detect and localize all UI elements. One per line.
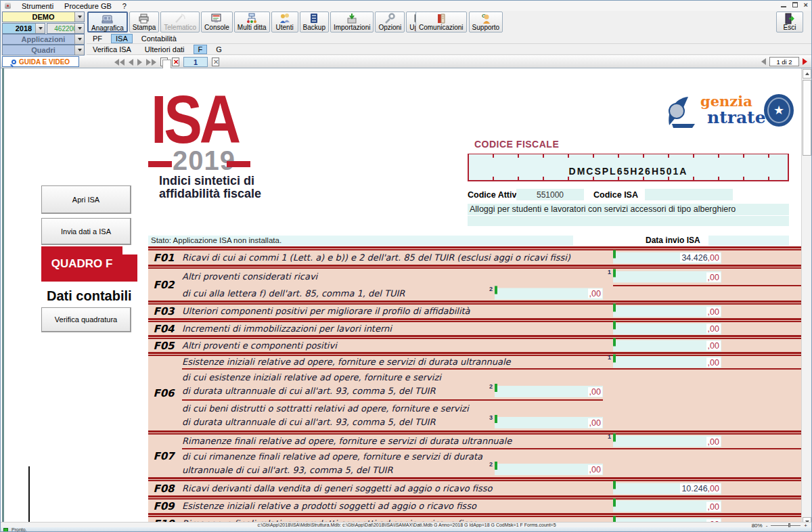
chevron-down-icon[interactable] xyxy=(74,35,84,44)
year-select[interactable]: 2018 xyxy=(2,23,45,34)
toolbar-button-console[interactable]: Console xyxy=(201,12,233,32)
restore-button[interactable] xyxy=(792,2,798,7)
verifica-quadratura-button[interactable]: Verifica quadratura xyxy=(41,307,131,332)
row-description: Ulteriori componenti positivi per miglio… xyxy=(182,305,470,318)
field-value: ,00 xyxy=(706,324,721,334)
row-description: Ricavi derivanti dalla vendita di generi… xyxy=(182,482,493,495)
menu-strumenti[interactable]: Strumenti xyxy=(22,2,53,10)
toolbar-button-label: Utenti xyxy=(276,24,294,31)
value-field-f07-1[interactable]: 1,00 xyxy=(613,436,721,447)
quadri-select[interactable]: Quadri xyxy=(2,45,85,56)
activity-code-select[interactable]: 462200 xyxy=(47,23,85,34)
toolbar-button-backup[interactable]: Backup xyxy=(300,12,329,32)
agenzia-entrate-logo: genzia ntrate ★ xyxy=(665,93,794,132)
page-number-input[interactable]: 1 xyxy=(183,57,208,67)
codice-attivita-field[interactable]: 551000 xyxy=(516,189,584,200)
tab-ulteriori-dati[interactable]: Ulteriori dati xyxy=(140,45,189,54)
form-group-f09: F09Esistenze iniziali relative a prodott… xyxy=(148,500,805,513)
toolbar-button-label: Console xyxy=(204,24,229,31)
company-select[interactable]: DEMO xyxy=(2,12,85,22)
row-description: di cui beni distrutti o sottratti relati… xyxy=(182,402,469,429)
next-page-button[interactable] xyxy=(137,59,142,66)
agenzia-a-glyph xyxy=(665,93,699,128)
form-group-rows: Ulteriori componenti positivi per miglio… xyxy=(179,305,805,318)
first-page-button[interactable] xyxy=(114,59,125,66)
apri-isa-button[interactable]: Apri ISA xyxy=(41,185,131,214)
tab-verifica-isa[interactable]: Verifica ISA xyxy=(88,45,136,54)
close-button[interactable]: × xyxy=(804,2,808,7)
menu-help[interactable]: ? xyxy=(122,2,127,10)
toolbar-button-label: Telematico xyxy=(164,24,196,31)
chevron-down-icon[interactable] xyxy=(35,24,45,33)
pager-previous-icon[interactable] xyxy=(761,58,766,65)
console-icon xyxy=(210,13,223,24)
row-description: Ricavi di cui ai commi 1 (Lett. a) e b))… xyxy=(182,251,570,265)
toolbar-button-utenti[interactable]: Utenti xyxy=(271,12,298,32)
toolbar-button-anagrafica[interactable]: Anagrafica xyxy=(87,12,128,32)
guida-e-video-button[interactable]: GUIDA E VIDEO xyxy=(2,56,79,67)
tab-contabilit-[interactable]: Contabilità xyxy=(137,34,181,43)
value-field-f06-3[interactable]: 3,00 xyxy=(495,417,603,428)
codice-isa-field[interactable] xyxy=(645,189,733,200)
previous-page-button[interactable] xyxy=(129,59,133,66)
scrollbar-thumb[interactable] xyxy=(803,80,811,156)
value-field-f05[interactable]: ,00 xyxy=(613,340,721,351)
data-invio-field[interactable] xyxy=(708,236,789,246)
toolbar-button-esci[interactable]: Esci xyxy=(776,12,803,32)
menu-procedure-gb[interactable]: Procedure GB xyxy=(64,2,112,10)
toolbar-button-opzioni[interactable]: Opzioni xyxy=(375,12,405,32)
field-value: ,00 xyxy=(706,307,721,316)
copy-page-icon[interactable] xyxy=(160,58,168,66)
clear-page-icon[interactable]: ✕ xyxy=(212,58,219,66)
last-page-button[interactable] xyxy=(146,59,156,66)
row-code-f10: F10 xyxy=(148,517,179,522)
minimize-button[interactable] xyxy=(781,2,786,7)
row-code-f04: F04 xyxy=(148,322,179,335)
attivita-descrizione: Alloggi per studenti e lavoratori con se… xyxy=(468,204,789,215)
form-group-f01: F01Ricavi di cui ai commi 1 (Lett. a) e … xyxy=(148,250,805,265)
form-row: Ricavi derivanti dalla vendita di generi… xyxy=(179,481,805,495)
form-group-rows: Ricavi derivanti dalla vendita di generi… xyxy=(179,481,805,495)
toolbar-button-importazioni[interactable]: Importazioni xyxy=(330,12,374,32)
form-group-f03: F03Ulteriori componenti positivi per mig… xyxy=(148,305,805,318)
toolbar-button-telematico: Telematico xyxy=(160,12,200,32)
chevron-down-icon[interactable] xyxy=(74,24,84,33)
toolbar-button-comunicazioni[interactable]: Comunicazioni xyxy=(415,12,467,32)
value-field-f03[interactable]: ,00 xyxy=(613,306,721,317)
value-field-f06-2[interactable]: 2,00 xyxy=(495,386,603,397)
tab-f[interactable]: F xyxy=(194,45,208,54)
codice-fiscale-box[interactable]: DMCSPL65H26H501A xyxy=(468,154,789,181)
delete-page-icon[interactable]: ✕ xyxy=(172,58,179,66)
toolbar-button-stampa[interactable]: Stampa xyxy=(129,12,159,32)
toolbar-exit: Esci xyxy=(776,12,803,32)
form-group-rows: Altri proventi e componenti positivi,00 xyxy=(179,339,805,352)
toolbar-button-multi-ditta[interactable]: Multi ditta xyxy=(234,12,270,32)
field-sup-number: 1 xyxy=(608,354,611,361)
value-field-f09[interactable]: ,00 xyxy=(613,501,721,512)
value-field-f04[interactable]: ,00 xyxy=(613,323,721,334)
stato-text: Stato: Applicazione ISA non installata. xyxy=(148,236,573,246)
invia-dati-isa-button[interactable]: Invia dati a ISA xyxy=(41,218,131,245)
tab-isa[interactable]: ISA xyxy=(111,34,133,43)
applicazioni-select[interactable]: Applicazioni xyxy=(2,34,85,45)
value-field-f02-2[interactable]: 2,00 xyxy=(495,288,603,299)
tab-pf[interactable]: PF xyxy=(88,34,107,43)
backup-icon xyxy=(308,13,320,24)
value-field-f02-1[interactable]: 1,00 xyxy=(613,271,721,283)
scroll-up-icon[interactable] xyxy=(803,69,811,79)
chevron-down-icon[interactable] xyxy=(74,12,84,22)
value-field-f07-2[interactable]: 2,00 xyxy=(495,464,603,475)
value-field-f01[interactable]: 34.426,00 xyxy=(613,252,721,263)
value-field-f06-1[interactable]: 1,00 xyxy=(613,357,721,368)
zoom-slider[interactable] xyxy=(771,525,800,526)
row-code-f03: F03 xyxy=(148,305,179,318)
form-group-rows: Incrementi di immobilizzazioni per lavor… xyxy=(179,322,805,335)
opzioni-icon xyxy=(384,13,396,24)
form-pager: 1 di 2 xyxy=(761,57,807,66)
chevron-down-icon[interactable] xyxy=(74,45,84,55)
pager-next-icon[interactable] xyxy=(803,58,807,65)
tab-g[interactable]: G xyxy=(211,45,227,54)
vertical-scrollbar[interactable] xyxy=(801,68,811,527)
toolbar-button-supporto[interactable]: GSupporto xyxy=(469,12,503,32)
value-field-f08[interactable]: 10.246,00 xyxy=(613,483,721,494)
